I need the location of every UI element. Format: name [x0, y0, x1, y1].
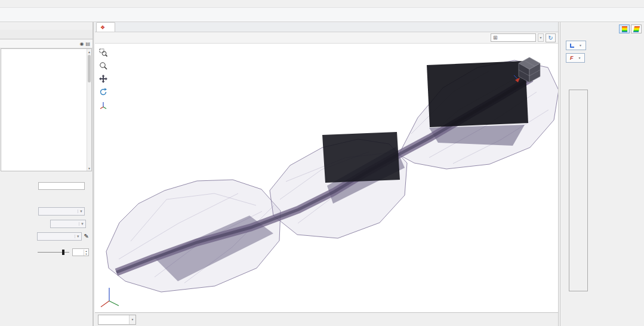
model-file-icon: ❖ [100, 24, 105, 30]
transparency-slider[interactable] [38, 252, 69, 253]
workflow-bar: ⊞ ▼ ↻ [95, 32, 558, 44]
collapse-all-icon[interactable]: ▤ [85, 41, 90, 47]
pan-icon[interactable] [98, 73, 109, 84]
properties-panel: ▼ ▼ ▼ ✎ ▲▼ [0, 171, 93, 257]
visibility-tabs [0, 30, 93, 39]
main-toolbar [0, 8, 644, 22]
contour-options-icon[interactable] [619, 24, 630, 33]
grid-layout-icon: ⊞ [493, 35, 498, 41]
visibility-panel: ◉ ▤ ▲ ▼ ▼ [0, 22, 94, 326]
name-field[interactable] [38, 182, 85, 190]
applied-property-select[interactable]: ▼ [50, 220, 86, 228]
scroll-up-icon[interactable]: ▲ [87, 49, 91, 54]
stage-selector-arrow-icon[interactable]: ▼ [129, 315, 135, 324]
viewport-layout-dropdown-icon[interactable]: ▼ [538, 33, 544, 42]
model-root-row[interactable]: ◉ ▤ [0, 39, 93, 48]
legend-options-icon[interactable] [631, 24, 642, 33]
axis-triad-icon [101, 288, 119, 307]
show-all-icon[interactable]: ◉ [79, 41, 84, 47]
spinner-arrows-icon[interactable]: ▲▼ [84, 250, 88, 256]
model-3d-scene [95, 44, 558, 312]
role-select[interactable]: ▼ [38, 207, 85, 216]
refresh-view-icon[interactable]: ↻ [546, 33, 556, 42]
axial-force-icon: F [570, 55, 574, 61]
menu-bar [0, 0, 644, 8]
legend-panel: ▼ F ▼ [560, 22, 644, 326]
properties-title [4, 174, 89, 182]
zoom-window-icon[interactable] [98, 47, 109, 58]
stage-tabs [139, 314, 557, 325]
transparency-spinner[interactable]: ▲▼ [72, 248, 89, 256]
bolts-icon [570, 44, 574, 48]
slider-thumb[interactable] [62, 250, 64, 255]
scrollbar-thumb[interactable] [88, 55, 91, 82]
zoom-icon[interactable] [98, 60, 109, 71]
view-orientation-icon[interactable] [98, 100, 109, 110]
document-tab[interactable]: ❖ [96, 22, 115, 32]
visibility-tree: ▲ ▼ [1, 48, 92, 171]
model-viewport[interactable] [95, 44, 558, 312]
legend-metric-button[interactable]: F ▼ [566, 53, 585, 63]
main-view-area: ❖ ⊞ ▼ ↻ [95, 22, 559, 326]
document-tab-bar: ❖ [95, 22, 558, 32]
rotate-icon[interactable] [98, 87, 109, 97]
contour-colorbar [569, 90, 588, 291]
legend-dataset-button[interactable]: ▼ [566, 41, 586, 50]
tree-scrollbar[interactable]: ▲ ▼ [87, 49, 91, 171]
edit-grouping-icon[interactable]: ✎ [84, 233, 89, 239]
stage-selector[interactable]: ▼ [98, 315, 136, 325]
visibility-panel-title [0, 22, 93, 30]
scroll-down-icon[interactable]: ▼ [87, 165, 91, 171]
viewport-toolbar [98, 47, 109, 110]
grouping-select[interactable]: ▼ [37, 232, 82, 241]
viewport-layout-select[interactable]: ⊞ [491, 33, 536, 42]
stage-bar: ▼ [95, 312, 558, 326]
rs3-application-window: ◉ ▤ ▲ ▼ ▼ [0, 0, 644, 326]
selection-status-bar [0, 309, 93, 326]
selection-mode-text [0, 309, 93, 310]
